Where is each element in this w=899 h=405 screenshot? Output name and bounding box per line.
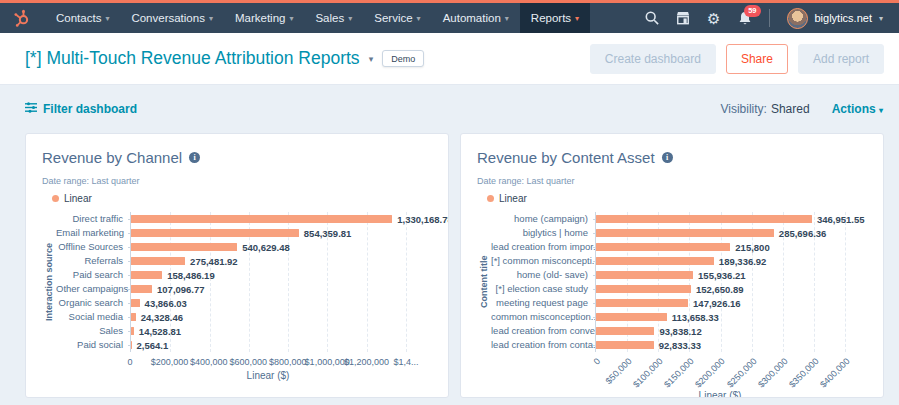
value-label: 155,936.21	[698, 270, 746, 281]
notifications-bell-icon[interactable]: 59	[738, 11, 752, 26]
chart-legend[interactable]: Linear	[52, 193, 432, 204]
bar[interactable]	[131, 215, 392, 223]
visibility-status: Visibility:Shared	[720, 102, 809, 116]
x-tick-label: $50,000	[603, 356, 633, 386]
account-menu[interactable]: biglytics.net ▾	[787, 8, 884, 29]
nav-item-label: Reports	[531, 12, 571, 24]
bar[interactable]	[131, 243, 237, 251]
date-range-label: Date range: Last quarter	[477, 176, 867, 186]
chevron-down-icon: ▾	[348, 14, 352, 23]
x-axis: 0$200,000$400,000$600,000$800,000$1,000,…	[130, 352, 406, 370]
nav-item-service[interactable]: Service▾	[363, 3, 431, 33]
bar[interactable]	[131, 313, 136, 321]
create-dashboard-button[interactable]: Create dashboard	[590, 44, 716, 74]
nav-item-sales[interactable]: Sales▾	[304, 3, 363, 33]
nav-item-contacts[interactable]: Contacts▾	[45, 3, 120, 33]
category-label: Social media	[56, 310, 130, 324]
bar[interactable]	[596, 243, 730, 251]
bar[interactable]	[131, 341, 132, 349]
chart-body: Interaction sourceDirect trafficEmail ma…	[42, 212, 432, 352]
bar[interactable]	[131, 229, 299, 237]
x-axis-label: Linear ($)	[595, 390, 845, 398]
nav-item-conversations[interactable]: Conversations▾	[120, 3, 224, 33]
chart-title: Revenue by Content Asset	[477, 149, 655, 166]
x-tick-label: 0	[591, 356, 602, 367]
plot-area: 1,330,168.78854,359.81540,629.48275,481.…	[130, 212, 406, 352]
bar[interactable]	[131, 327, 134, 335]
bar[interactable]	[131, 257, 185, 265]
value-label: 24,328.46	[141, 312, 183, 323]
dashboard-title[interactable]: [*] Multi-Touch Revenue Attribution Repo…	[25, 48, 360, 69]
share-button[interactable]: Share	[726, 44, 788, 74]
bar[interactable]	[596, 285, 691, 293]
nav-item-label: Sales	[315, 12, 344, 24]
value-label: 540,629.48	[242, 242, 290, 253]
x-tick-label: $300,000	[756, 356, 790, 390]
chevron-down-icon: ▾	[879, 14, 883, 23]
value-label: 158,486.19	[167, 270, 215, 281]
value-label: 275,481.92	[190, 256, 238, 267]
value-label: 107,096.77	[157, 284, 205, 295]
bar[interactable]	[131, 299, 140, 307]
chevron-down-icon: ▾	[289, 14, 293, 23]
x-tick-label: 0	[127, 357, 132, 367]
value-label: 93,838.12	[659, 326, 701, 337]
bar[interactable]	[596, 327, 654, 335]
hubspot-logo-icon[interactable]	[12, 9, 31, 28]
category-labels: Direct trafficEmail marketingOffline Sou…	[56, 212, 130, 352]
category-label: Email marketing	[56, 226, 130, 240]
gridline	[845, 212, 846, 352]
search-icon[interactable]	[645, 11, 659, 25]
value-label: 2,564.1	[137, 340, 169, 351]
bar[interactable]	[596, 341, 654, 349]
category-label: [*] common misconcepti...	[491, 254, 595, 268]
value-label: 152,650.89	[696, 284, 744, 295]
date-range-label: Date range: Last quarter	[42, 176, 432, 186]
x-tick-label: $350,000	[787, 356, 821, 390]
filter-dashboard-link[interactable]: Filter dashboard	[25, 102, 137, 116]
x-tick-label: $800,000	[269, 357, 307, 367]
settings-gear-icon[interactable]: ⚙	[707, 11, 720, 26]
bar[interactable]	[596, 299, 688, 307]
marketplace-icon[interactable]	[676, 11, 690, 25]
add-report-button[interactable]: Add report	[798, 44, 884, 74]
info-icon[interactable]: i	[189, 152, 200, 163]
nav-item-marketing[interactable]: Marketing▾	[224, 3, 305, 33]
notification-count-badge: 59	[744, 5, 760, 17]
x-tick-label: $250,000	[725, 356, 759, 390]
category-label: common misconception...	[491, 310, 595, 324]
page-header: [*] Multi-Touch Revenue Attribution Repo…	[0, 33, 899, 85]
title-chevron-down-icon[interactable]: ▾	[369, 54, 374, 64]
chart-legend[interactable]: Linear	[487, 193, 867, 204]
x-tick-label: $400,000	[818, 356, 852, 390]
x-tick-label: $1,4...	[393, 357, 418, 367]
category-label: Paid search	[56, 268, 130, 282]
revenue-by-channel-chart: Interaction sourceDirect trafficEmail ma…	[42, 212, 432, 381]
category-label: Referrals	[56, 254, 130, 268]
x-tick-label: $1,000,000	[305, 357, 350, 367]
chevron-down-icon: ▾	[105, 14, 109, 23]
bar[interactable]	[131, 285, 152, 293]
demo-badge: Demo	[382, 50, 424, 67]
dashboard-toolbar: Filter dashboard Visibility:Shared Actio…	[0, 85, 899, 133]
chevron-down-icon: ▾	[417, 14, 421, 23]
value-label: 346,951.55	[817, 214, 865, 225]
value-label: 285,696.36	[779, 228, 827, 239]
info-icon[interactable]: i	[662, 152, 673, 163]
bar[interactable]	[596, 257, 714, 265]
bar[interactable]	[596, 313, 667, 321]
filter-sliders-icon	[25, 102, 37, 116]
account-name: biglytics.net	[815, 12, 872, 24]
nav-item-automation[interactable]: Automation▾	[432, 3, 520, 33]
bar[interactable]	[131, 271, 162, 279]
nav-item-reports[interactable]: Reports▾	[520, 3, 590, 33]
revenue-by-content-asset-card: Revenue by Content Asset i Date range: L…	[460, 133, 884, 398]
x-tick-label: $100,000	[631, 356, 665, 390]
bar[interactable]	[596, 271, 693, 279]
bar[interactable]	[596, 215, 812, 223]
category-label: lead creation from conve...	[491, 324, 595, 338]
actions-menu-button[interactable]: Actions ▾	[832, 102, 883, 116]
bar[interactable]	[596, 229, 774, 237]
category-label: Paid social	[56, 338, 130, 352]
category-label: home (campaign)	[491, 212, 595, 226]
